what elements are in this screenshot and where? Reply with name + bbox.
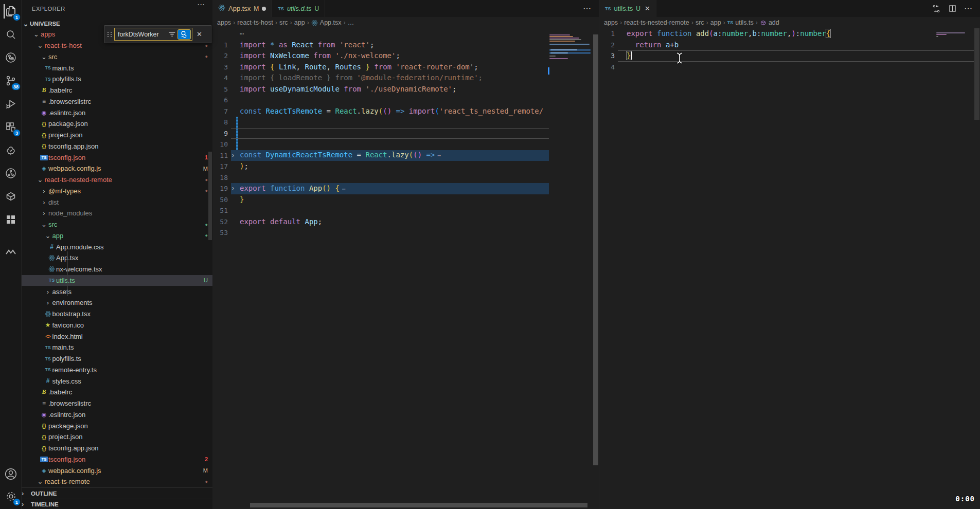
breadcrumb-item[interactable]: … — [348, 19, 354, 26]
breadcrumb-item[interactable]: apps — [604, 19, 618, 26]
editor-more-actions-icon[interactable]: ⋯ — [964, 4, 973, 13]
code-line[interactable]: 2 return a+b — [599, 40, 980, 51]
code-line[interactable]: 53 — [212, 227, 599, 239]
line-number[interactable]: 4 — [212, 72, 228, 84]
tree-item-environments[interactable]: ›environments — [22, 297, 212, 308]
line-number[interactable]: 2 — [212, 50, 228, 62]
filter-icon[interactable] — [168, 30, 176, 40]
sidebar-scrollbar[interactable] — [208, 152, 212, 240]
code-line[interactable]: 2import NxWelcome from './nx-welcome'; — [212, 50, 599, 62]
search-icon[interactable] — [4, 27, 18, 42]
line-number[interactable]: 2 — [599, 40, 615, 51]
code-editor[interactable]: ⋯1import * as React from 'react';2import… — [212, 28, 599, 509]
breadcrumb-item[interactable]: src — [696, 19, 704, 26]
line-number[interactable]: 4 — [599, 62, 615, 73]
swap-editors-icon[interactable] — [932, 4, 941, 13]
tree-item-main.ts[interactable]: TSmain.ts — [22, 342, 212, 353]
line-number[interactable]: 51 — [212, 205, 228, 216]
tree-item-polyfills.ts[interactable]: TSpolyfills.ts — [22, 74, 212, 85]
source-control-icon[interactable]: 38 — [4, 74, 18, 88]
code-line[interactable]: 11›const DynamicReactTsRemote = React.la… — [212, 150, 599, 161]
breadcrumb-item[interactable]: app — [294, 19, 305, 26]
tree-item-App.tsx[interactable]: App.tsx — [22, 252, 212, 264]
run-and-debug-icon[interactable] — [4, 97, 18, 111]
tab-utils-d-ts[interactable]: TS utils.d.ts U — [272, 0, 325, 17]
tree-item-main.ts[interactable]: TSmain.ts — [22, 62, 212, 74]
tree-item-app[interactable]: ⌄app● — [22, 230, 212, 242]
nx-console-icon[interactable] — [4, 189, 18, 204]
code-line[interactable]: 50} — [212, 194, 599, 206]
code-line[interactable]: ⋯ — [212, 28, 599, 40]
line-number[interactable]: 3 — [212, 62, 228, 73]
tree-item-react-ts-remote[interactable]: ⌄react-ts-remote● — [22, 476, 212, 487]
line-number[interactable]: 1 — [212, 40, 228, 51]
code-line[interactable]: 1export function add(a:number,b:number,)… — [599, 28, 980, 40]
filter-input[interactable]: forkDtsWorker — [114, 28, 192, 41]
vertical-scrollbar[interactable] — [593, 34, 598, 465]
tree-item-.babelrc[interactable]: B.babelrc — [22, 387, 212, 398]
timeline-section-header[interactable]: › TIMELINE — [22, 499, 212, 509]
minimap[interactable] — [549, 34, 593, 117]
breadcrumb-item[interactable]: react-ts-nested-remote — [624, 19, 689, 26]
code-line[interactable]: 4import { loadRemote } from '@module-fed… — [212, 72, 599, 84]
tree-item-dist[interactable]: ›dist — [22, 196, 212, 208]
editor-more-actions-icon[interactable]: ⋯ — [583, 4, 592, 13]
drag-handle[interactable] — [105, 32, 114, 37]
explorer-more-actions-icon[interactable]: ⋯ — [197, 0, 205, 9]
line-number[interactable]: 18 — [212, 172, 228, 184]
vertical-scrollbar[interactable] — [974, 28, 979, 120]
fuzzy-search-icon[interactable] — [177, 29, 191, 40]
project-grid-icon[interactable] — [4, 212, 18, 227]
tree-item-assets[interactable]: ›assets — [22, 286, 212, 297]
code-line[interactable]: 8 — [212, 117, 599, 128]
tree-item-index.html[interactable]: <>index.html — [22, 331, 212, 342]
line-number[interactable]: 9 — [212, 128, 228, 139]
code-line[interactable]: 9 — [212, 128, 599, 139]
outline-section-header[interactable]: › OUTLINE — [22, 487, 212, 499]
tree-item-src[interactable]: ⌄src● — [22, 51, 212, 63]
tree-item-bootstrap.tsx[interactable]: bootstrap.tsx — [22, 308, 212, 320]
tab-utils-ts[interactable]: TS utils.ts U ✕ — [599, 0, 656, 17]
code-line[interactable]: 5import useDynamicModule from './useDyna… — [212, 84, 599, 95]
code-line[interactable]: 10 — [212, 139, 599, 150]
tree-item-react-ts-nested-remote[interactable]: ⌄react-ts-nested-remote● — [22, 174, 212, 186]
tree-item-node_modules[interactable]: ›node_modules — [22, 208, 212, 219]
code-line[interactable]: 4 — [599, 62, 980, 73]
code-line[interactable]: 18 — [212, 172, 599, 184]
tree-item-polyfills.ts[interactable]: TSpolyfills.ts — [22, 353, 212, 365]
horizontal-scrollbar[interactable] — [250, 503, 587, 507]
line-number[interactable]: 6 — [212, 95, 228, 106]
code-line[interactable]: 52export default App; — [212, 216, 599, 228]
line-number[interactable]: 7 — [212, 106, 228, 117]
line-number[interactable]: 50 — [212, 194, 228, 206]
code-line[interactable]: 7const ReactTsRemote = React.lazy(() => … — [212, 106, 599, 117]
tree-item-tsconfig.app.json[interactable]: {}tsconfig.app.json — [22, 443, 212, 454]
remote-graph-icon[interactable] — [4, 50, 18, 65]
fold-chevron-icon[interactable]: › — [232, 150, 234, 161]
tree-item-package.json[interactable]: {}package.json — [22, 420, 212, 431]
line-number[interactable]: 17 — [212, 161, 228, 172]
accounts-icon[interactable] — [4, 467, 18, 481]
tree-item-package.json[interactable]: {}package.json — [22, 118, 212, 130]
line-number[interactable]: 52 — [212, 216, 228, 228]
line-number[interactable]: 1 — [599, 28, 615, 40]
tree-item-App.module.css[interactable]: #App.module.css — [22, 241, 212, 252]
code-line[interactable]: 1import * as React from 'react'; — [212, 40, 599, 51]
tree-item-@mf-types[interactable]: ›@mf-types● — [22, 186, 212, 197]
tree-item-webpack.config.js[interactable]: ◈webpack.config.jsM — [22, 163, 212, 174]
tree-item-nx-welcome.tsx[interactable]: nx-welcome.tsx — [22, 264, 212, 275]
close-icon[interactable]: ✕ — [197, 30, 202, 38]
tree-item-.browserslistrc[interactable]: ≡.browserslistrc — [22, 96, 212, 107]
settings-gear-icon[interactable]: 1 — [4, 489, 18, 503]
tree-item-remote-entry.ts[interactable]: TSremote-entry.ts — [22, 365, 212, 376]
split-editor-icon[interactable] — [948, 4, 957, 13]
breadcrumb-item[interactable]: app — [710, 19, 721, 26]
line-number[interactable]: 53 — [212, 227, 228, 239]
minimap[interactable] — [936, 32, 973, 53]
tree-item-tsconfig.json[interactable]: TStsconfig.json2 — [22, 454, 212, 465]
code-line[interactable]: 3import { Link, Route, Routes } from 're… — [212, 62, 599, 73]
unsaved-dot[interactable] — [262, 7, 266, 11]
git-graph-icon[interactable] — [4, 166, 18, 180]
todo-tree-icon[interactable] — [4, 143, 18, 157]
line-number[interactable]: 8 — [212, 117, 228, 128]
